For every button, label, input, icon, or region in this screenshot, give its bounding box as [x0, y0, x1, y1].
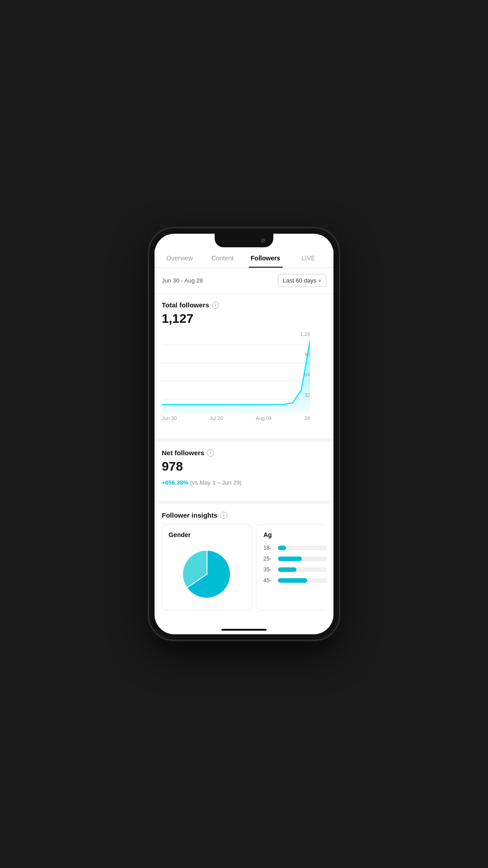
- chart-y-labels: 1,28 96 64 32: [294, 331, 310, 413]
- age-card: Ag 18- 25-: [257, 524, 326, 610]
- section-divider-2: [155, 500, 333, 504]
- tab-live[interactable]: LIVE: [287, 247, 330, 267]
- age-label-45: 45-: [263, 577, 274, 584]
- total-followers-header: Total followers i: [162, 301, 326, 309]
- age-bar-bg-45: [278, 578, 326, 583]
- x-label-1: Jun 30: [162, 415, 177, 421]
- section-divider-1: [155, 438, 333, 442]
- svg-marker-4: [162, 340, 310, 413]
- insights-cards: Gender: [162, 524, 326, 618]
- x-label-4: 28: [305, 415, 310, 421]
- tab-content[interactable]: Content: [201, 247, 244, 267]
- net-followers-header: Net followers i: [162, 449, 326, 457]
- age-row-25: 25-: [263, 556, 326, 562]
- tab-followers[interactable]: Followers: [244, 247, 287, 267]
- main-content: Jun 30 - Aug 28 Last 60 days ∨ Total fol…: [155, 268, 333, 618]
- follower-insights-header: Follower insights i: [162, 511, 326, 519]
- date-selector-button[interactable]: Last 60 days ∨: [278, 274, 326, 287]
- home-indicator: [221, 629, 267, 631]
- tab-bar: Overview Content Followers LIVE: [155, 247, 333, 268]
- chart-svg: [162, 331, 310, 413]
- follower-insights-title: Follower insights: [162, 511, 217, 519]
- net-followers-value: 978: [162, 459, 326, 474]
- chart-area: 1,28 96 64 32: [162, 331, 310, 413]
- y-label-1: 1,28: [294, 331, 310, 337]
- age-bar-fill-18: [278, 546, 286, 550]
- gender-pie-container: [169, 545, 245, 604]
- x-label-3: Aug 09: [256, 415, 272, 421]
- net-followers-title: Net followers: [162, 449, 204, 457]
- follower-insights-section: Follower insights i Gender: [155, 504, 333, 618]
- gender-card-title: Gender: [169, 531, 245, 538]
- age-row-18: 18-: [263, 545, 326, 551]
- followers-chart: 1,28 96 64 32 Jun 30 Jul 20 Aug 09 28: [155, 331, 333, 431]
- age-bar-bg-35: [278, 567, 326, 572]
- change-vs-text: (vs May 1 – Jun 29): [190, 479, 242, 486]
- chevron-down-icon: ∨: [318, 278, 321, 283]
- age-label-35: 35-: [263, 566, 274, 573]
- y-label-2: 96: [294, 352, 310, 357]
- follower-insights-info-icon[interactable]: i: [220, 512, 227, 519]
- age-bar-fill-25: [278, 557, 302, 561]
- net-followers-section: Net followers i 978 +656.38% (vs May 1 –…: [155, 442, 333, 493]
- age-row-45: 45-: [263, 577, 326, 584]
- date-range-label: Jun 30 - Aug 28: [162, 277, 203, 284]
- total-followers-title: Total followers: [162, 301, 209, 309]
- age-bar-fill-35: [278, 567, 296, 572]
- total-followers-value: 1,127: [162, 311, 326, 326]
- tab-overview[interactable]: Overview: [158, 247, 201, 267]
- total-followers-section: Total followers i 1,127: [155, 294, 333, 326]
- age-row-35: 35-: [263, 566, 326, 573]
- age-bar-bg-25: [278, 557, 326, 561]
- gender-pie-chart: [180, 547, 234, 601]
- age-label-18: 18-: [263, 545, 274, 551]
- y-label-4: 32: [294, 392, 310, 398]
- date-bar: Jun 30 - Aug 28 Last 60 days ∨: [155, 268, 333, 294]
- age-card-title: Ag: [263, 531, 326, 538]
- net-followers-info-icon[interactable]: i: [207, 449, 214, 457]
- age-bars: 18- 25-: [263, 545, 326, 584]
- age-label-25: 25-: [263, 556, 274, 562]
- net-followers-change: +656.38% (vs May 1 – Jun 29): [162, 479, 326, 486]
- x-label-2: Jul 20: [210, 415, 223, 421]
- total-followers-info-icon[interactable]: i: [212, 302, 219, 309]
- gender-card: Gender: [162, 524, 252, 610]
- date-selector-label: Last 60 days: [283, 277, 316, 284]
- change-positive-value: +656.38%: [162, 479, 188, 486]
- chart-x-labels: Jun 30 Jul 20 Aug 09 28: [162, 413, 310, 421]
- age-bar-bg-18: [278, 546, 326, 550]
- y-label-3: 64: [294, 372, 310, 377]
- age-bar-fill-45: [278, 578, 307, 583]
